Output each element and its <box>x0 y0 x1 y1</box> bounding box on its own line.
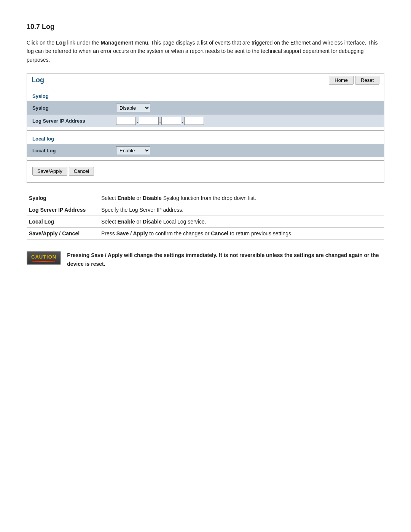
local-log-section-label: Local log <box>27 134 384 144</box>
desc-value-save-apply: Press Save / Apply to confirm the change… <box>99 228 384 240</box>
syslog-select[interactable]: Disable Enable <box>116 104 150 112</box>
cancel-button[interactable]: Cancel <box>69 167 94 176</box>
ip-dot-3: . <box>181 118 184 124</box>
local-log-label: Local Log <box>27 144 111 157</box>
syslog-section-label: Syslog <box>27 91 384 101</box>
intro-paragraph: Click on the Log link under the Manageme… <box>27 38 384 64</box>
caution-badge: CAUTION <box>27 251 61 265</box>
reset-button[interactable]: Reset <box>355 76 379 85</box>
table-row: Log Server IP Address . . . <box>27 115 384 127</box>
log-panel: Log Home Reset Syslog Syslog Disable Ena… <box>27 73 384 183</box>
caution-message-bold-1: Pressing Save / Apply will change the se… <box>67 252 379 267</box>
enable-bold-2: Enable <box>118 219 135 225</box>
desc-label-local-log: Local Log <box>27 216 99 228</box>
ip-dot-1: . <box>136 118 139 124</box>
divider-1 <box>27 130 384 131</box>
enable-bold: Enable <box>118 195 135 201</box>
disable-bold: Disable <box>143 195 162 201</box>
log-server-ip-label: Log Server IP Address <box>27 115 111 127</box>
desc-value-local-log: Select Enable or Disable Local Log servi… <box>99 216 384 228</box>
section-title: 10.7 Log <box>27 23 384 31</box>
desc-label-save-apply: Save/Apply / Cancel <box>27 228 99 240</box>
ip-dot-2: . <box>159 118 162 124</box>
table-row: Local Log Select Enable or Disable Local… <box>27 216 384 228</box>
button-row: Save/Apply Cancel <box>27 164 384 179</box>
log-link-bold: Log <box>56 40 66 46</box>
ip-octet-3[interactable] <box>161 117 181 125</box>
desc-label-log-server: Log Server IP Address <box>27 204 99 216</box>
local-log-value[interactable]: Enable Disable <box>111 144 384 157</box>
syslog-table: Syslog Disable Enable Log Server IP Addr… <box>27 101 384 127</box>
save-apply-button[interactable]: Save/Apply <box>32 167 67 176</box>
ip-octet-2[interactable] <box>139 117 159 125</box>
ip-octet-4[interactable] <box>184 117 204 125</box>
header-buttons: Home Reset <box>329 76 379 85</box>
ip-octet-1[interactable] <box>116 117 136 125</box>
desc-label-syslog: Syslog <box>27 192 99 204</box>
home-button[interactable]: Home <box>329 76 354 85</box>
local-log-table: Local Log Enable Disable <box>27 144 384 157</box>
caution-section: CAUTION Pressing Save / Apply will chang… <box>27 251 384 268</box>
desc-value-log-server: Specify the Log Server IP address. <box>99 204 384 216</box>
ip-input-group: . . . <box>116 117 379 125</box>
table-row: Syslog Disable Enable <box>27 101 384 115</box>
table-row: Local Log Enable Disable <box>27 144 384 157</box>
log-panel-title: Log <box>32 76 44 84</box>
description-table: Syslog Select Enable or Disable Syslog f… <box>27 192 384 240</box>
log-server-ip-value: . . . <box>111 115 384 127</box>
divider-2 <box>27 160 384 161</box>
table-row: Syslog Select Enable or Disable Syslog f… <box>27 192 384 204</box>
local-log-select[interactable]: Enable Disable <box>116 146 150 155</box>
disable-bold-2: Disable <box>143 219 162 225</box>
syslog-label: Syslog <box>27 101 111 115</box>
save-apply-bold: Save / Apply <box>116 230 148 236</box>
caution-badge-text: CAUTION <box>31 254 56 260</box>
table-row: Log Server IP Address Specify the Log Se… <box>27 204 384 216</box>
management-bold: Management <box>101 40 134 46</box>
caution-message: Pressing Save / Apply will change the se… <box>67 251 384 268</box>
syslog-value[interactable]: Disable Enable <box>111 101 384 115</box>
table-row: Save/Apply / Cancel Press Save / Apply t… <box>27 228 384 240</box>
log-panel-body: Syslog Syslog Disable Enable Log Server … <box>27 87 384 182</box>
log-panel-header: Log Home Reset <box>27 73 384 87</box>
caution-badge-line <box>32 261 55 262</box>
cancel-bold: Cancel <box>211 230 228 236</box>
desc-value-syslog: Select Enable or Disable Syslog function… <box>99 192 384 204</box>
